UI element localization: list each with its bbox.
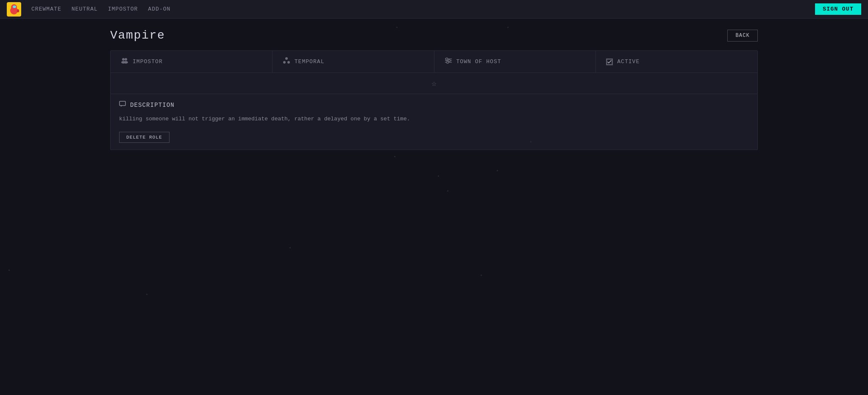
back-button[interactable]: Back [727, 30, 758, 42]
bg-dot [438, 175, 439, 177]
description-text: killing someone will not trigger an imme… [119, 115, 749, 123]
tab-town-of-host-label: Town Of Host [456, 58, 501, 65]
nav-crewmate[interactable]: Crewmate [31, 6, 61, 12]
navbar-links: Crewmate Neutral Impostor Add-On [31, 6, 805, 12]
navbar: Crewmate Neutral Impostor Add-On Sign Ou… [0, 0, 868, 19]
svg-point-4 [122, 58, 125, 61]
tab-temporal[interactable]: Temporal [273, 51, 434, 72]
star-icon: ☆ [431, 78, 437, 89]
comment-icon [119, 101, 126, 109]
svg-point-7 [124, 61, 128, 64]
nav-addon[interactable]: Add-On [148, 6, 170, 12]
logo-svg [8, 3, 20, 15]
role-card: Impostor Temporal [110, 50, 758, 150]
page-title-row: Vampire Back [110, 29, 758, 42]
bg-dot [447, 190, 448, 192]
description-title: Description [130, 102, 175, 108]
bg-dot [481, 275, 482, 276]
svg-point-16 [446, 61, 448, 64]
sliders-icon [445, 58, 452, 66]
main-content: Vampire Back Impostor [0, 19, 868, 160]
tab-active-label: Active [617, 58, 640, 65]
svg-point-2 [13, 6, 16, 8]
nav-neutral[interactable]: Neutral [72, 6, 98, 12]
svg-point-14 [445, 58, 448, 60]
star-row: ☆ [111, 73, 757, 94]
bg-dot [8, 270, 10, 271]
svg-point-10 [287, 61, 290, 64]
sign-out-button[interactable]: Sign Out [815, 3, 861, 15]
tab-temporal-label: Temporal [295, 58, 325, 65]
triangle-icon [283, 57, 290, 67]
nav-impostor[interactable]: Impostor [108, 6, 138, 12]
delete-role-button[interactable]: Delete Role [119, 132, 170, 143]
bg-dot [289, 247, 291, 248]
svg-point-9 [283, 61, 286, 64]
tab-row: Impostor Temporal [111, 51, 757, 73]
description-header: Description [119, 101, 749, 109]
people-icon [121, 58, 128, 66]
app-logo [7, 2, 21, 17]
svg-point-5 [125, 58, 127, 61]
checkbox-icon [606, 58, 613, 65]
description-section: Description killing someone will not tri… [111, 94, 757, 150]
svg-rect-3 [17, 9, 19, 12]
page-title: Vampire [110, 29, 165, 42]
tab-impostor-label: Impostor [133, 58, 163, 65]
tab-active[interactable]: Active [596, 51, 757, 72]
svg-rect-18 [120, 101, 125, 106]
tab-impostor[interactable]: Impostor [111, 51, 273, 72]
svg-point-8 [285, 57, 288, 60]
bg-dot [497, 170, 498, 171]
tab-town-of-host[interactable]: Town Of Host [434, 51, 596, 72]
bg-dot [146, 294, 147, 295]
